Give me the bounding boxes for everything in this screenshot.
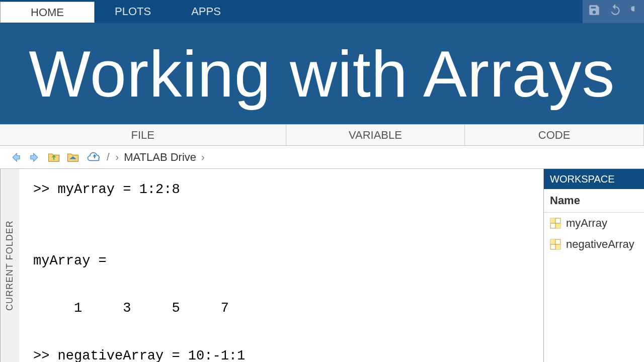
svg-rect-7	[555, 244, 560, 249]
browse-folder-icon[interactable]	[65, 150, 80, 165]
command-window[interactable]: >> myArray = 1:2:8 myArray = 1 3 5 7 >> …	[19, 169, 543, 362]
quick-access-toolbar	[583, 0, 644, 23]
back-icon[interactable]	[8, 150, 23, 165]
save-icon[interactable]	[588, 4, 601, 20]
ribbon-variable[interactable]: VARIABLE	[286, 125, 465, 145]
tab-home[interactable]: HOME	[0, 2, 95, 23]
page-title: Working with Arrays	[29, 36, 615, 112]
main-area: CURRENT FOLDER >> myArray = 1:2:8 myArra…	[0, 169, 644, 362]
top-tab-bar: HOME PLOTS APPS	[0, 0, 644, 23]
ribbon-code[interactable]: CODE	[465, 125, 644, 145]
breadcrumb[interactable]: / › MATLAB Drive ›	[88, 150, 206, 164]
tab-apps[interactable]: APPS	[171, 1, 241, 22]
redo-icon[interactable]	[630, 4, 639, 20]
workspace-var-name: myArray	[566, 217, 607, 230]
workspace-header: WORKSPACE	[544, 169, 644, 189]
svg-rect-6	[550, 239, 555, 244]
command-output: >> myArray = 1:2:8 myArray = 1 3 5 7 >> …	[33, 178, 529, 362]
up-folder-icon[interactable]	[46, 150, 61, 165]
workspace-var[interactable]: myArray	[544, 213, 644, 234]
svg-rect-2	[555, 223, 560, 228]
workspace-panel: WORKSPACE Name myArray negativeArray	[543, 169, 644, 362]
variable-icon	[550, 218, 561, 229]
workspace-column-name[interactable]: Name	[544, 189, 644, 213]
breadcrumb-item[interactable]: MATLAB Drive	[124, 151, 196, 164]
workspace-var-name: negativeArray	[566, 238, 634, 251]
undo-icon[interactable]	[609, 4, 622, 20]
cloud-icon	[88, 150, 102, 164]
ribbon-sections: FILE VARIABLE CODE	[0, 125, 644, 146]
workspace-var[interactable]: negativeArray	[544, 234, 644, 255]
tab-plots[interactable]: PLOTS	[95, 1, 171, 22]
ribbon-file[interactable]: FILE	[0, 125, 286, 145]
svg-rect-1	[550, 218, 555, 223]
chevron-right-icon: ›	[116, 151, 119, 163]
forward-icon[interactable]	[27, 150, 42, 165]
title-banner: Working with Arrays	[0, 23, 644, 125]
variable-icon	[550, 239, 561, 250]
breadcrumb-sep: /	[107, 151, 110, 163]
current-folder-panel[interactable]: CURRENT FOLDER	[0, 169, 19, 362]
chevron-right-icon: ›	[201, 151, 205, 163]
nav-toolbar: / › MATLAB Drive ›	[0, 146, 644, 169]
